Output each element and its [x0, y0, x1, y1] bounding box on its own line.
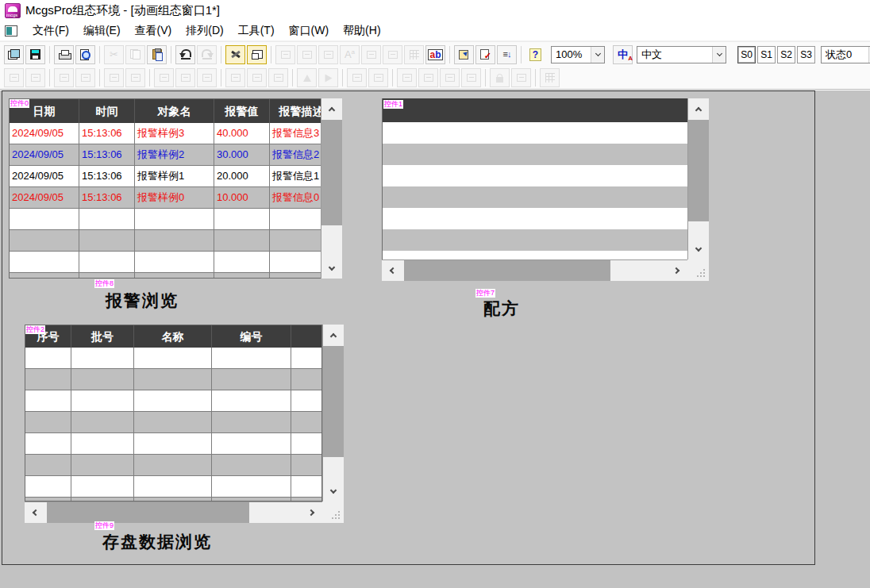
object-check-icon[interactable]: [475, 45, 495, 64]
find-replace-text-icon[interactable]: ab: [425, 45, 445, 64]
resize-grip[interactable]: [322, 502, 344, 523]
state-s2-button[interactable]: S2: [777, 46, 795, 63]
alarm-vertical-scrollbar[interactable]: [321, 98, 342, 279]
alarm-row-empty[interactable]: [10, 209, 321, 230]
recipe-row[interactable]: [383, 165, 687, 186]
scroll-down-icon[interactable]: [323, 481, 344, 502]
recipe-row[interactable]: [383, 186, 687, 208]
lock-icon: [490, 68, 510, 87]
recipe-vertical-scrollbar[interactable]: [687, 98, 709, 259]
language-dropdown-icon[interactable]: [712, 47, 726, 63]
menu-arrange[interactable]: 排列(D): [179, 22, 230, 40]
state-s3-button[interactable]: S3: [797, 46, 815, 63]
help-icon[interactable]: ?: [525, 45, 545, 64]
recipe-row[interactable]: [383, 229, 687, 251]
toolbar-main: ✂ Aa ab ≡↓ ? 100% 中A 中文 S0 S1 S2 S3 状态0: [0, 41, 870, 67]
language-value: 中文: [641, 48, 662, 62]
recipe-row[interactable]: [383, 144, 687, 165]
state-s1-button[interactable]: S1: [757, 46, 776, 63]
object-properties-icon[interactable]: [454, 45, 474, 64]
alarm-row[interactable]: 2024/09/05 15:13:06 报警样例3 40.000 报警信息3: [10, 123, 321, 144]
space-down-icon: [247, 68, 267, 87]
scroll-up-icon[interactable]: [321, 98, 342, 119]
grid-icon: [404, 45, 424, 64]
scroll-right-icon[interactable]: [302, 502, 322, 523]
scroll-thumb[interactable]: [323, 346, 344, 457]
menu-file[interactable]: 文件(F): [25, 22, 76, 40]
chinese-font-icon[interactable]: 中A: [613, 45, 633, 64]
recipe-horizontal-scrollbar[interactable]: [382, 259, 687, 281]
scroll-thumb[interactable]: [404, 260, 610, 281]
language-select[interactable]: 中文: [637, 46, 726, 63]
new-window-icon[interactable]: [4, 45, 24, 64]
menu-tools[interactable]: 工具(T): [231, 22, 282, 40]
status-value: 状态0: [826, 48, 852, 62]
scroll-left-icon[interactable]: [382, 260, 402, 281]
cut-icon: ✂: [104, 45, 124, 64]
text-align-right-icon: [383, 45, 402, 64]
scroll-right-icon[interactable]: [667, 260, 687, 281]
menu-edit[interactable]: 编辑(E): [76, 22, 128, 40]
storage-row-empty[interactable]: [25, 390, 321, 412]
storage-row-empty[interactable]: [25, 476, 321, 498]
control-chip: 控件1: [383, 100, 403, 109]
save-icon[interactable]: [25, 45, 45, 64]
zoom-dropdown-icon[interactable]: [591, 47, 604, 63]
storage-row-empty[interactable]: [25, 348, 321, 369]
center-vertical-icon: [125, 68, 145, 87]
scroll-down-icon[interactable]: [321, 258, 342, 279]
storage-browse-control[interactable]: 控件2 序号 批号 名称 编号: [25, 325, 344, 523]
print-icon[interactable]: [54, 45, 74, 64]
storage-row-empty[interactable]: [25, 433, 321, 455]
storage-horizontal-scrollbar[interactable]: [25, 502, 322, 523]
storage-row-empty[interactable]: [25, 455, 321, 476]
alarm-row[interactable]: 2024/09/05 15:13:06 报警样例1 20.000 报警信息1: [10, 166, 321, 187]
child-window-icon[interactable]: [5, 25, 17, 37]
col-name: 名称: [134, 325, 212, 348]
caption-chip: 控件7: [475, 289, 495, 298]
control-chip: 控件0: [10, 99, 29, 108]
scroll-left-icon[interactable]: [25, 502, 45, 523]
toolbar-arrange: [0, 67, 870, 90]
status-select[interactable]: 状态0: [821, 46, 870, 63]
zoom-select[interactable]: 100%: [551, 46, 605, 63]
recipe-row[interactable]: [383, 208, 687, 229]
recipe-row[interactable]: [383, 122, 687, 144]
scroll-thumb[interactable]: [688, 120, 709, 221]
scroll-thumb[interactable]: [321, 120, 342, 225]
recipe-row[interactable]: [383, 251, 687, 259]
alarm-row-empty[interactable]: [10, 252, 321, 273]
copy-icon: [125, 45, 145, 64]
scroll-thumb[interactable]: [47, 502, 249, 523]
sort-icon[interactable]: ≡↓: [497, 45, 517, 64]
alarm-row[interactable]: 2024/09/05 15:13:06 报警样例2 30.000 报警信息2: [10, 144, 321, 166]
space-across-icon: [225, 68, 245, 87]
menu-help[interactable]: 帮助(H): [336, 22, 387, 40]
alarm-row-empty[interactable]: [10, 273, 321, 279]
alarm-browse-control[interactable]: 控件0 日期 时间 对象名 报警值 报警描述 2024/09/05 15:13:…: [9, 98, 342, 279]
recipe-control[interactable]: 控件1: [382, 98, 709, 281]
center-in-window-icon: [268, 68, 288, 87]
menu-view[interactable]: 查看(V): [128, 22, 179, 40]
scroll-up-icon[interactable]: [323, 325, 344, 345]
menu-window[interactable]: 窗口(W): [282, 22, 337, 40]
alarm-row[interactable]: 2024/09/05 15:13:06 报警样例0 10.000 报警信息0: [10, 187, 321, 209]
print-preview-icon[interactable]: [75, 45, 95, 64]
storage-row-empty[interactable]: [25, 412, 321, 433]
state-s0-button[interactable]: S0: [737, 46, 756, 63]
alarm-row-empty[interactable]: [10, 230, 321, 252]
scroll-up-icon[interactable]: [688, 98, 709, 119]
resize-grip[interactable]: [687, 259, 709, 281]
scroll-down-icon[interactable]: [688, 239, 709, 259]
zoom-value: 100%: [556, 48, 582, 60]
toolbox-icon[interactable]: [225, 45, 245, 64]
paste-icon[interactable]: [147, 45, 167, 64]
animation-window-canvas[interactable]: 控件0 日期 时间 对象名 报警值 报警描述 2024/09/05 15:13:…: [2, 90, 815, 565]
col-object: 对象名: [135, 99, 214, 123]
alarm-table-header: 日期 时间 对象名 报警值 报警描述: [10, 99, 321, 123]
undo-icon[interactable]: [175, 45, 195, 64]
window-frame-icon[interactable]: [247, 45, 267, 64]
storage-vertical-scrollbar[interactable]: [322, 325, 344, 502]
recipe-header: [383, 98, 687, 122]
storage-row-empty[interactable]: [25, 369, 321, 390]
